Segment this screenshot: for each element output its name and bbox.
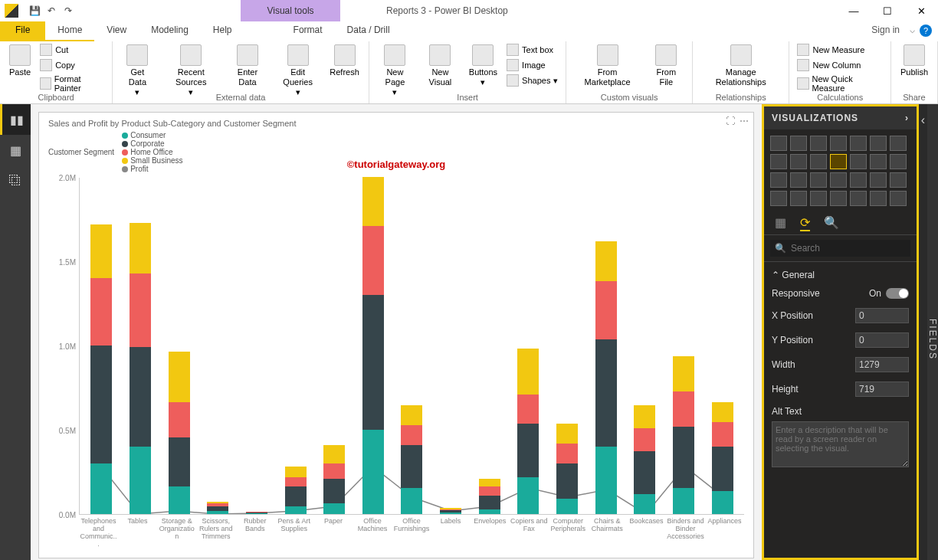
viz-type-icon[interactable] <box>790 191 807 206</box>
viz-type-icon[interactable] <box>870 191 887 206</box>
viz-type-icon[interactable] <box>870 136 887 151</box>
chart-visual[interactable]: ⛶ ⋯ Sales and Profit by Product Sub-Cate… <box>38 112 754 558</box>
from-marketplace-button[interactable]: From Marketplace <box>571 43 643 89</box>
insert-label: Insert <box>457 93 478 102</box>
viz-type-icon[interactable] <box>790 172 807 188</box>
viz-type-icon[interactable] <box>870 154 887 169</box>
x-position-input[interactable] <box>855 308 909 323</box>
format-painter-button[interactable]: Format Painter <box>37 74 107 93</box>
maximize-button[interactable]: ☐ <box>871 0 904 21</box>
viz-type-icon[interactable] <box>810 172 827 188</box>
viz-type-icon[interactable] <box>870 172 887 188</box>
viz-type-icon[interactable] <box>810 191 827 206</box>
height-input[interactable] <box>855 382 909 397</box>
width-input[interactable] <box>855 357 909 372</box>
viz-type-icon[interactable] <box>770 136 787 151</box>
viz-type-icon[interactable] <box>830 172 847 188</box>
paste-button[interactable]: Paste <box>5 43 35 79</box>
general-section: ⌃ General Responsive On X Position Y Pos… <box>764 261 917 474</box>
new-quick-measure-button[interactable]: New Quick Measure <box>794 74 885 93</box>
viz-type-icon[interactable] <box>830 154 847 169</box>
viz-type-icon[interactable] <box>850 154 867 169</box>
save-icon[interactable]: 💾 <box>28 5 41 16</box>
data-drill-tab[interactable]: Data / Drill <box>335 21 402 41</box>
copy-button[interactable]: Copy <box>37 58 107 72</box>
undo-icon[interactable]: ↶ <box>44 5 58 16</box>
buttons-button[interactable]: Buttons▾ <box>464 43 502 89</box>
app-logo-icon <box>5 4 18 18</box>
new-column-button[interactable]: New Column <box>794 58 885 72</box>
viz-type-icon[interactable] <box>770 191 787 206</box>
viz-type-icon[interactable] <box>790 154 807 169</box>
close-button[interactable]: ✕ <box>904 0 938 21</box>
viz-type-icon[interactable] <box>850 172 867 188</box>
viz-type-icon[interactable] <box>790 136 807 151</box>
viz-type-icon[interactable] <box>890 154 907 169</box>
viz-type-icon[interactable] <box>830 136 847 151</box>
report-view-icon[interactable]: ▮▮ <box>0 104 31 135</box>
model-view-icon[interactable]: ⿻ <box>0 165 31 196</box>
get-data-button[interactable]: Get Data▾ <box>117 43 157 100</box>
chevron-down-icon[interactable]: ⌵ <box>910 25 915 35</box>
new-page-button[interactable]: New Page▾ <box>374 43 416 100</box>
viz-type-icon[interactable] <box>810 136 827 151</box>
y-position-label: Y Position <box>772 335 813 345</box>
viz-type-icon[interactable] <box>850 191 867 206</box>
modeling-tab[interactable]: Modeling <box>139 21 201 41</box>
responsive-toggle[interactable] <box>886 288 909 299</box>
image-button[interactable]: Image <box>503 58 561 72</box>
expand-pane-icon[interactable]: › <box>905 113 909 123</box>
collapse-pane-icon[interactable]: ‹ <box>919 104 927 560</box>
minimize-button[interactable]: — <box>837 0 871 21</box>
viz-type-icon[interactable] <box>770 172 787 188</box>
viz-type-icon[interactable] <box>890 191 907 206</box>
viz-type-icon[interactable] <box>890 172 907 188</box>
edit-queries-button[interactable]: Edit Queries▾ <box>272 43 323 100</box>
publish-button[interactable]: Publish <box>896 43 933 79</box>
viz-type-icon[interactable] <box>850 136 867 151</box>
shapes-button[interactable]: Shapes▾ <box>503 74 561 87</box>
fields-tab-icon[interactable]: ▦ <box>775 215 786 231</box>
report-canvas[interactable]: ⛶ ⋯ Sales and Profit by Product Sub-Cate… <box>31 104 762 560</box>
viz-type-icon[interactable] <box>770 154 787 169</box>
help-icon[interactable]: ? <box>920 25 932 37</box>
right-panes: VISUALIZATIONS › ▦ ⟳ 🔍 🔍 ⌃ General Respo… <box>762 104 938 560</box>
viz-type-icon[interactable] <box>810 154 827 169</box>
manage-relationships-button[interactable]: Manage Relationships <box>697 43 785 89</box>
external-data-label: External data <box>216 93 266 102</box>
refresh-button[interactable]: Refresh <box>325 43 364 79</box>
cut-button[interactable]: Cut <box>37 43 107 57</box>
text-box-button[interactable]: Text box <box>503 43 561 57</box>
home-tab[interactable]: Home <box>45 21 94 41</box>
new-visual-button[interactable]: New Visual <box>418 43 463 89</box>
search-box[interactable]: 🔍 <box>770 240 910 257</box>
format-tab[interactable]: Format <box>281 21 335 41</box>
menu-tabs: File Home View Modeling Help Format Data… <box>0 21 938 41</box>
clipboard-label: Clipboard <box>38 93 74 102</box>
redo-icon[interactable]: ↷ <box>61 5 75 16</box>
viz-type-icon[interactable] <box>830 191 847 206</box>
enter-data-button[interactable]: Enter Data <box>225 43 271 89</box>
more-options-icon[interactable]: ⋯ <box>740 116 749 126</box>
sign-in-link[interactable]: Sign in <box>871 25 900 35</box>
data-view-icon[interactable]: ▦ <box>0 135 31 165</box>
pane-tabs: ▦ ⟳ 🔍 <box>764 212 917 235</box>
view-tab[interactable]: View <box>94 21 139 41</box>
search-input[interactable] <box>791 243 906 254</box>
responsive-label: Responsive <box>772 288 820 299</box>
new-measure-button[interactable]: New Measure <box>794 43 885 57</box>
from-file-button[interactable]: From File <box>645 43 687 89</box>
general-section-header[interactable]: ⌃ General <box>772 267 909 283</box>
alt-text-input[interactable] <box>772 421 909 467</box>
focus-mode-icon[interactable]: ⛶ <box>726 116 735 126</box>
help-tab[interactable]: Help <box>201 21 244 41</box>
fields-pane-collapsed[interactable]: FIELDS <box>927 104 938 560</box>
analytics-tab-icon[interactable]: 🔍 <box>824 215 839 231</box>
format-tab-icon[interactable]: ⟳ <box>800 215 810 231</box>
calculations-label: Calculations <box>817 93 863 102</box>
y-position-input[interactable] <box>855 332 909 348</box>
visual-tools-tab[interactable]: Visual tools <box>241 0 340 21</box>
recent-sources-button[interactable]: Recent Sources▾ <box>159 43 223 100</box>
viz-type-icon[interactable] <box>890 136 907 151</box>
file-tab[interactable]: File <box>0 21 45 41</box>
